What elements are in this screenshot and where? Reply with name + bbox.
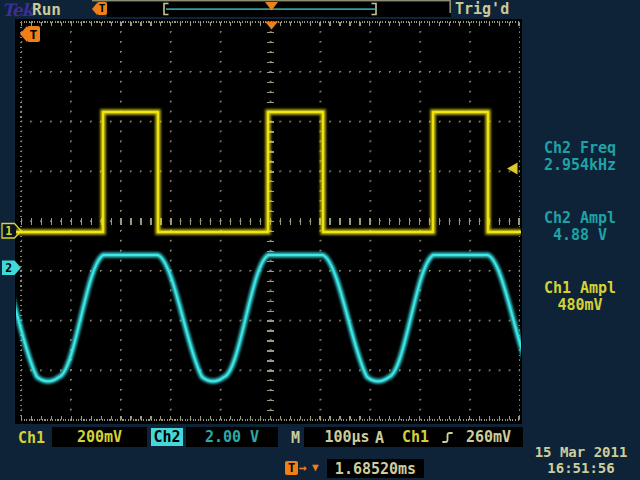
date-display: 15 Mar 2011 [524,444,638,460]
time-display: 16:51:56 [524,460,638,476]
record-bar-trigger-icon: T [97,2,107,15]
hpos-trigger-icon: T [285,461,298,475]
ch1-marker-label: 1 [5,224,12,238]
horizontal-position-value: 1.68520ms [335,460,416,478]
ch2-scale-readout: 2.00 V [186,427,278,447]
measurement-ch1-ampl: Ch1 Ampl 480mV [522,280,638,314]
ch1-trace [16,112,521,232]
record-bar-frame-top [92,0,451,1]
offscreen-trigger-marker-label: T [30,28,38,41]
timebase-value: 100µs [324,428,369,446]
trigger-readout: Ch1 260mV [390,427,523,447]
record-bar-frame-right [449,0,451,13]
hpos-trigger-icon-label: T [288,462,295,474]
measurement-value: 2.954kHz [522,157,638,174]
measurement-label: Ch2 Freq [522,140,638,157]
datetime-display: 15 Mar 2011 16:51:56 [524,444,638,476]
ch2-marker-label: 2 [5,261,12,275]
horizontal-position-marker [265,22,278,30]
offscreen-trigger-marker: T [27,26,40,42]
hpos-marker-icon: ▼ [312,461,319,474]
trigger-type-label: A [375,429,384,447]
oscilloscope-display: Tek Run Trig'd [0,0,640,480]
measurement-ch2-ampl: Ch2 Ampl 4.88 V [522,210,638,244]
measurement-label: Ch2 Ampl [522,210,638,227]
trigger-source: Ch1 [402,428,429,446]
timebase-label: M [291,429,300,447]
measurement-ch2-freq: Ch2 Freq 2.954kHz [522,140,638,174]
rising-edge-icon [442,431,453,444]
trigger-level-value: 260mV [466,428,511,446]
record-bar-trigger-icon-label: T [99,3,106,14]
measurement-value: 480mV [522,297,638,314]
horizontal-position-readout: 1.68520ms [327,459,424,478]
trigger-level-marker [507,163,518,175]
ch1-scale-value: 200mV [77,428,122,446]
ch2-trace [0,255,598,381]
ch2-scale-value: 2.00 V [205,428,259,446]
measurement-value: 4.88 V [522,227,638,244]
ch1-label: Ch1 [18,429,45,447]
hpos-arrow-icon: → [299,460,307,475]
ch1-scale-readout: 200mV [52,427,147,447]
record-view-bar [92,0,451,15]
measurement-label: Ch1 Ampl [522,280,638,297]
ch2-label-selected: Ch2 [151,428,183,446]
ch2-ground-marker: 2 [2,261,21,276]
